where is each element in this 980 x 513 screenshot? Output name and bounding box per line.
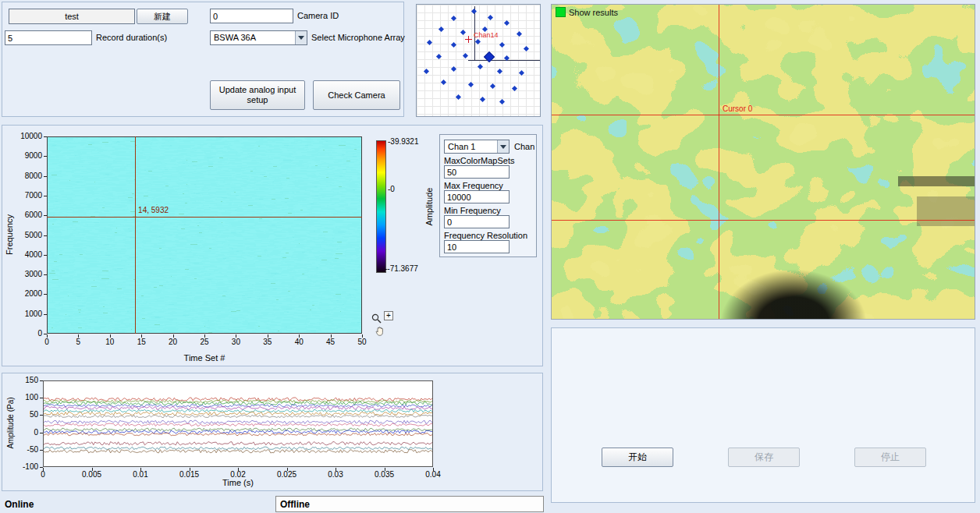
mic-point bbox=[451, 42, 456, 48]
array-axis-hline bbox=[468, 60, 540, 61]
y-axis-tick-label: 8000 bbox=[12, 172, 42, 180]
mic-point bbox=[499, 99, 505, 104]
waveform-channel-trace bbox=[44, 412, 432, 415]
mic-point bbox=[439, 27, 444, 32]
waveform-traces bbox=[44, 381, 432, 466]
x-axis-tick-label: 0 bbox=[35, 338, 59, 346]
x-axis-tick-label: 35 bbox=[256, 338, 279, 346]
y-axis-tick bbox=[44, 235, 47, 236]
offline-status-box: Offline bbox=[275, 496, 544, 512]
zoom-tool-icon[interactable] bbox=[371, 313, 382, 324]
analysis-field-input[interactable] bbox=[444, 190, 510, 203]
y-axis-tick bbox=[40, 380, 43, 381]
mic-array-plot[interactable]: Chan14 bbox=[417, 5, 540, 116]
mic-point bbox=[519, 70, 524, 76]
spectrogram-image bbox=[48, 137, 361, 333]
x-axis-tick bbox=[268, 334, 268, 338]
x-axis-tick-label: 0.035 bbox=[369, 470, 400, 479]
run-controls-panel: 开始 保存 停止 bbox=[551, 327, 975, 503]
y-axis-tick bbox=[44, 156, 47, 157]
new-button[interactable]: 新建 bbox=[137, 9, 188, 24]
person-silhouette bbox=[692, 231, 895, 319]
spectrogram-cursor-hline[interactable] bbox=[47, 217, 362, 218]
mic-array-dropdown[interactable]: BSWA 36A bbox=[210, 30, 307, 45]
background-object-shadow bbox=[917, 196, 975, 226]
mic-point bbox=[488, 14, 493, 19]
waveform-channel-trace bbox=[44, 442, 432, 445]
crosshair-tool-button[interactable]: + bbox=[384, 311, 393, 320]
mic-point bbox=[460, 30, 466, 35]
show-results-indicator[interactable] bbox=[556, 7, 566, 17]
save-button[interactable]: 保存 bbox=[728, 448, 800, 467]
x-axis-tick bbox=[190, 468, 190, 471]
waveform-channel-trace bbox=[44, 406, 432, 409]
offline-status-label: Offline bbox=[280, 499, 310, 510]
x-axis-tick-label: 0.015 bbox=[174, 470, 205, 479]
x-axis-tick-label: 20 bbox=[162, 338, 185, 346]
colorbar bbox=[376, 140, 386, 273]
y-axis-tick-label: 2000 bbox=[12, 289, 42, 298]
analysis-field-label: MaxColorMapSets bbox=[444, 156, 514, 165]
x-axis-tick bbox=[92, 468, 93, 471]
y-axis-tick bbox=[44, 196, 47, 196]
waveform-channel-trace bbox=[44, 409, 432, 412]
camera-view-panel[interactable]: Cursor 0 Show results bbox=[551, 4, 975, 320]
y-axis-tick-label: 50 bbox=[10, 410, 38, 419]
show-results-label: Show results bbox=[569, 8, 618, 17]
analysis-field-label: Min Frequency bbox=[444, 206, 501, 215]
y-axis-tick bbox=[40, 433, 43, 433]
spectrogram-cursor-vline[interactable] bbox=[135, 136, 136, 334]
record-duration-input[interactable] bbox=[5, 30, 92, 45]
spectrogram-plot[interactable] bbox=[47, 136, 362, 334]
y-axis-tick bbox=[44, 136, 47, 137]
waveform-panel: Amplitude (Pa) Time (s) 150100500-50-100… bbox=[2, 373, 543, 491]
x-axis-tick-label: 45 bbox=[319, 338, 343, 346]
waveform-channel-trace bbox=[44, 450, 432, 453]
analysis-field-input[interactable] bbox=[444, 165, 510, 179]
waveform-channel-trace bbox=[44, 420, 432, 423]
y-axis-tick-label: 1000 bbox=[12, 310, 42, 318]
pan-hand-tool-icon[interactable] bbox=[375, 326, 385, 337]
check-camera-button[interactable]: Check Camera bbox=[313, 80, 400, 110]
x-axis-tick-label: 0.03 bbox=[320, 470, 351, 479]
waveform-channel-trace bbox=[44, 447, 432, 449]
start-button[interactable]: 开始 bbox=[602, 448, 673, 467]
camera-cursor-hline[interactable] bbox=[552, 115, 975, 115]
mic-array-dropdown-value: BSWA 36A bbox=[211, 31, 295, 44]
waveform-plot[interactable] bbox=[43, 380, 433, 467]
dropdown-arrow-icon[interactable] bbox=[295, 31, 307, 44]
selected-mic-label: Chan14 bbox=[474, 31, 499, 39]
analysis-field-label: Frequency Resolution bbox=[444, 231, 527, 240]
x-axis-tick-label: 0.025 bbox=[272, 470, 303, 479]
mic-point bbox=[468, 81, 474, 87]
x-axis-tick bbox=[299, 334, 300, 338]
selected-mic-marker-icon bbox=[465, 36, 472, 43]
camera-id-input[interactable] bbox=[210, 9, 293, 23]
x-axis-tick-label: 50 bbox=[350, 338, 374, 346]
mic-point bbox=[517, 31, 522, 37]
online-status-label: Online bbox=[5, 499, 34, 510]
y-axis-tick-label: 9000 bbox=[12, 151, 42, 160]
y-axis-tick-label: 0 bbox=[12, 329, 42, 338]
mic-point bbox=[427, 40, 432, 45]
camera-cursor-vline[interactable] bbox=[719, 5, 719, 319]
x-axis-tick bbox=[47, 334, 48, 338]
stop-button[interactable]: 停止 bbox=[854, 448, 926, 467]
y-axis-tick bbox=[44, 255, 47, 256]
spectrogram-cursor-label: 14, 5932 bbox=[138, 206, 169, 214]
mic-point bbox=[456, 94, 461, 100]
analysis-field-input[interactable] bbox=[444, 240, 510, 253]
waveform-channel-trace bbox=[44, 423, 432, 426]
test-name-input[interactable] bbox=[9, 9, 135, 24]
update-analog-button[interactable]: Update analog input setup bbox=[210, 80, 305, 110]
colorbar-max-label: -39.9321 bbox=[388, 137, 418, 146]
camera-id-label: Camera ID bbox=[297, 11, 339, 20]
mic-array-preview-panel: Chan14 bbox=[416, 4, 541, 117]
y-axis-tick bbox=[44, 314, 47, 315]
x-axis-tick bbox=[287, 468, 288, 471]
mic-point bbox=[451, 66, 456, 72]
analysis-field-input[interactable] bbox=[444, 215, 510, 228]
x-axis-tick-label: 0.02 bbox=[222, 470, 254, 479]
mic-point bbox=[424, 69, 429, 74]
x-axis-tick-label: 10 bbox=[98, 338, 122, 346]
